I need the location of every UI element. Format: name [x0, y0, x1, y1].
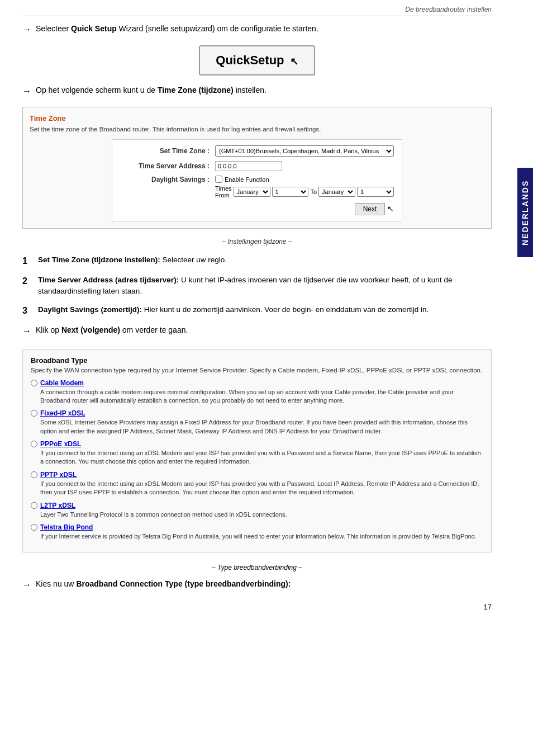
- arrow-2: →: [22, 84, 31, 98]
- sidebar-tab: NEDERLANDS: [517, 168, 533, 257]
- header-title: De breedbandrouter instellen: [405, 6, 492, 13]
- from-month-select[interactable]: January: [234, 187, 270, 197]
- num-1-text: Set Time Zone (tijdzone instellen): Sele…: [38, 254, 227, 266]
- intro2-text: Op het volgende scherm kunt u de Time Zo…: [36, 84, 266, 96]
- bb-l2tp-title[interactable]: L2TP xDSL: [31, 502, 483, 509]
- enable-function-label: Enable Function: [225, 176, 269, 183]
- daylight-row: Daylight Savings : Enable Function Times…: [120, 176, 394, 199]
- bb-telstra-title[interactable]: Telstra Big Pond: [31, 523, 483, 531]
- num-1: 1: [22, 254, 38, 268]
- sidebar-label: NEDERLANDS: [521, 179, 530, 245]
- bb-option-pptp: PPTP xDSL If you connect to the Internet…: [31, 471, 483, 497]
- num-item-2: 2 Time Server Address (adres tijdserver)…: [22, 275, 492, 297]
- bb-pppoe-title[interactable]: PPPoE xDSL: [31, 440, 483, 448]
- timezone-form: Set Time Zone : (GMT+01:00)Brussels, Cop…: [112, 139, 402, 221]
- bb-telstra-label: Telstra Big Pond: [40, 523, 93, 531]
- time-server-input[interactable]: [215, 161, 282, 171]
- bb-pptp-title[interactable]: PPTP xDSL: [31, 471, 483, 479]
- num-item-1: 1 Set Time Zone (tijdzone instellen): Se…: [22, 254, 492, 268]
- num-3: 3: [22, 304, 38, 318]
- quicksetup-image: QuickSetup ↖: [22, 45, 492, 75]
- broadband-title: Broadband Type: [31, 356, 483, 365]
- enable-function-checkbox[interactable]: [215, 176, 222, 183]
- num-2-text: Time Server Address (adres tijdserver): …: [38, 275, 492, 297]
- broadband-caption: – Type breedbandverbinding –: [22, 564, 492, 571]
- timezone-caption: – Instellingen tijdzone –: [22, 238, 492, 245]
- to-day-select[interactable]: 1: [357, 187, 394, 197]
- klik-line: → Klik op Next (volgende) om verder te g…: [22, 324, 492, 338]
- next-button-row: Next ↖: [120, 203, 394, 215]
- bb-l2tp-desc: Layer Two Tunnelling Protocol is a commo…: [40, 511, 483, 519]
- timezone-title: Time Zone: [30, 114, 484, 122]
- arrow-3: →: [22, 324, 31, 338]
- bb-cable-label: Cable Modem: [40, 379, 84, 387]
- klik-text: Klik op Next (volgende) om verder te gaa…: [36, 324, 188, 336]
- bb-cable-desc: A connection through a cable modem requi…: [40, 388, 483, 405]
- set-timezone-row: Set Time Zone : (GMT+01:00)Brussels, Cop…: [120, 145, 394, 157]
- radio-l2tp[interactable]: [31, 502, 37, 509]
- page-header: De breedbandrouter instellen: [22, 6, 492, 16]
- cursor-icon: ↖: [290, 56, 298, 67]
- timezone-title-text: Time Zone: [30, 114, 66, 122]
- bb-option-telstra: Telstra Big Pond If your Internet servic…: [31, 523, 483, 541]
- page-number: 17: [22, 603, 492, 611]
- timezone-section: Time Zone Set the time zone of the Broad…: [22, 107, 492, 229]
- from-day-select[interactable]: 1: [272, 187, 309, 197]
- set-timezone-label: Set Time Zone :: [120, 147, 215, 155]
- times-from-row: Times From January 1 To January 1: [215, 185, 394, 199]
- times-from-label: Times From: [215, 185, 232, 199]
- time-server-control[interactable]: [215, 161, 394, 171]
- bb-pptp-desc: If you connect to the Internet using an …: [40, 480, 483, 497]
- bb-cable-title[interactable]: Cable Modem: [31, 379, 483, 387]
- final-line: → Kies nu uw Broadband Connection Type (…: [22, 578, 492, 592]
- bb-pppoe-desc: If you connect to the Internet using an …: [40, 449, 483, 466]
- bb-option-pppoe: PPPoE xDSL If you connect to the Interne…: [31, 440, 483, 466]
- broadband-section: Broadband Type Specify the WAN connectio…: [22, 349, 492, 553]
- radio-fixed[interactable]: [31, 410, 37, 417]
- intro1-text: Selecteer Quick Setup Wizard (snelle set…: [36, 23, 318, 35]
- num-2: 2: [22, 275, 38, 288]
- enable-function-row[interactable]: Enable Function: [215, 176, 394, 183]
- bb-fixed-label: Fixed-IP xDSL: [40, 409, 85, 417]
- quicksetup-button[interactable]: QuickSetup ↖: [199, 45, 315, 75]
- radio-telstra[interactable]: [31, 524, 37, 531]
- intro-line-2: → Op het volgende scherm kunt u de Time …: [22, 84, 492, 98]
- num-3-text: Daylight Savings (zomertijd): Hier kunt …: [38, 304, 429, 315]
- intro-line-1: → Selecteer Quick Setup Wizard (snelle s…: [22, 23, 492, 36]
- bb-pptp-label: PPTP xDSL: [40, 471, 77, 479]
- arrow-4: →: [22, 578, 31, 592]
- bb-option-cable: Cable Modem A connection through a cable…: [31, 379, 483, 405]
- next-button[interactable]: Next: [355, 203, 386, 215]
- radio-cable[interactable]: [31, 380, 37, 386]
- radio-pptp[interactable]: [31, 471, 37, 478]
- bb-fixed-desc: Some xDSL Internet Service Providers may…: [40, 418, 483, 436]
- daylight-control: Enable Function Times From January 1 To …: [215, 176, 394, 199]
- bb-option-fixed: Fixed-IP xDSL Some xDSL Internet Service…: [31, 409, 483, 436]
- bb-fixed-title[interactable]: Fixed-IP xDSL: [31, 409, 483, 417]
- final-text: Kies nu uw Broadband Connection Type (ty…: [36, 578, 291, 590]
- bb-l2tp-label: L2TP xDSL: [40, 502, 75, 509]
- daylight-label: Daylight Savings :: [120, 176, 215, 183]
- numbered-list: 1 Set Time Zone (tijdzone instellen): Se…: [22, 254, 492, 318]
- timezone-select[interactable]: (GMT+01:00)Brussels, Copenhagen, Madrid,…: [215, 145, 394, 157]
- time-server-label: Time Server Address :: [120, 162, 215, 170]
- to-month-select[interactable]: January: [318, 187, 355, 197]
- bb-option-l2tp: L2TP xDSL Layer Two Tunnelling Protocol …: [31, 502, 483, 519]
- set-timezone-control[interactable]: (GMT+01:00)Brussels, Copenhagen, Madrid,…: [215, 145, 394, 157]
- arrow-1: →: [22, 23, 31, 36]
- bb-telstra-desc: If your Internet service is provided by …: [40, 532, 483, 541]
- to-label: To: [310, 188, 317, 195]
- next-cursor-icon: ↖: [387, 204, 394, 213]
- timezone-description: Set the time zone of the Broadband route…: [30, 126, 484, 133]
- bb-pppoe-label: PPPoE xDSL: [40, 440, 81, 448]
- time-server-row: Time Server Address :: [120, 161, 394, 171]
- radio-pppoe[interactable]: [31, 441, 37, 447]
- broadband-description: Specify the WAN connection type required…: [31, 367, 483, 374]
- quicksetup-label: QuickSetup: [216, 53, 284, 67]
- num-item-3: 3 Daylight Savings (zomertijd): Hier kun…: [22, 304, 492, 318]
